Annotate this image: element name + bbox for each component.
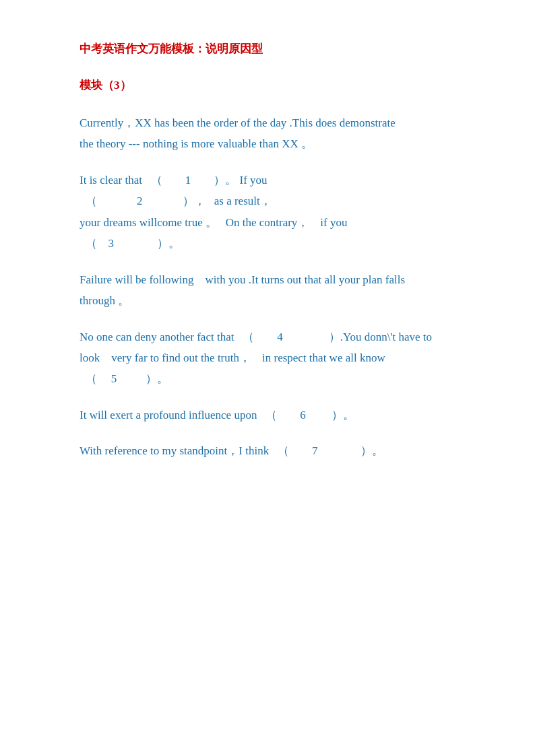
line-1-2: the theory --- nothing is more valuable … (80, 133, 455, 154)
page-container: 中考英语作文万能模板：说明原因型 模块（3） Currently，XX has … (80, 40, 455, 462)
line-4-3: （ 5 ）。 (80, 368, 455, 389)
line-3-2: through 。 (80, 290, 455, 311)
paragraph-6: With reference to my standpoint，I think … (80, 440, 455, 461)
paragraph-2: It is clear that （ 1 ）。 If you （ 2 ）， as… (80, 170, 455, 254)
line-4-2: look very far to find out the truth， in … (80, 347, 455, 368)
line-3-1: Failure will be following with you .It t… (80, 269, 455, 290)
line-1-1: Currently，XX has been the order of the d… (80, 112, 455, 133)
line-2-3: your dreams willcome true 。 On the contr… (80, 212, 455, 233)
paragraph-4: No one can deny another fact that （ 4 ）.… (80, 327, 455, 390)
line-2-1: It is clear that （ 1 ）。 If you (80, 170, 455, 191)
line-2-4: （ 3 ）。 (80, 233, 455, 254)
paragraph-5: It will exert a profound influence upon … (80, 405, 455, 425)
line-6-1: With reference to my standpoint，I think … (80, 440, 455, 461)
line-5-1: It will exert a profound influence upon … (80, 405, 455, 425)
paragraph-3: Failure will be following with you .It t… (80, 269, 455, 312)
line-2-2: （ 2 ）， as a result， (80, 191, 455, 211)
paragraph-1: Currently，XX has been the order of the d… (80, 112, 455, 155)
line-4-1: No one can deny another fact that （ 4 ）.… (80, 327, 455, 347)
title: 中考英语作文万能模板：说明原因型 (80, 40, 455, 58)
module-label: 模块（3） (80, 77, 455, 94)
